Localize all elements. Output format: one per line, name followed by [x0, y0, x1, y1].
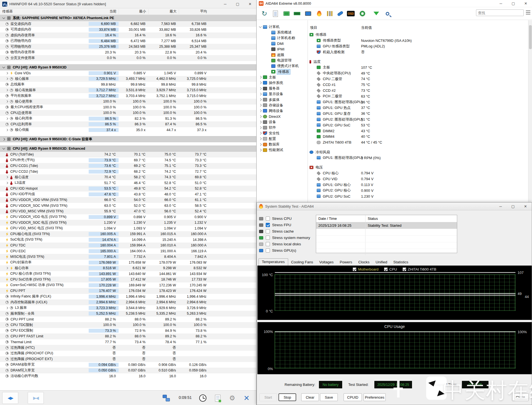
tools-button[interactable] — [336, 10, 344, 17]
sidebar-item-服务器[interactable]: 服务器 — [257, 86, 308, 91]
sensor-row[interactable]: CPU CCD1 (Tdie)73.6 °C69.2 °C75.1 °C73.3… — [0, 163, 256, 169]
sensor-value-row[interactable]: DIMM440 °C — [308, 134, 528, 140]
tree-caret-icon[interactable] — [259, 98, 262, 101]
tab-Unified[interactable]: Unified — [372, 259, 390, 266]
sensor-row[interactable]: 核心有效频率3,712.7 MHz3,531.8 MHz3,929.7 MHz3… — [0, 87, 256, 93]
expand-columns-button[interactable]: ◀▶ — [2, 392, 18, 404]
stress-option-Stress FPU[interactable]: Stress FPU — [259, 222, 310, 228]
sidebar-item-软件[interactable]: 软件 — [257, 125, 308, 130]
sensor-row[interactable]: Core VIDs0.901 V0.885 V1.045 V0.899 V — [0, 70, 256, 76]
legend-checkbox[interactable] — [384, 268, 388, 271]
scrollbar-thumb[interactable] — [529, 25, 532, 49]
expand-caret-icon[interactable] — [2, 138, 5, 141]
column-avg[interactable]: 平均 — [179, 9, 209, 14]
sensor-row[interactable]: 提交虚拟内存6,690 MB6,682 MB7,563 MB6,738 MB — [0, 21, 256, 27]
column-sensor[interactable]: 传感器 — [0, 9, 89, 14]
legend-checkbox[interactable] — [353, 268, 356, 271]
sensor-row[interactable]: L3温度51.7 °C46.4 °C52.8 °C51.0 °C — [0, 180, 256, 186]
start-button[interactable]: Start — [259, 393, 277, 401]
stress-option-Stress cache[interactable]: Stress cache — [259, 228, 310, 235]
tree-caret-icon[interactable] — [259, 126, 262, 129]
sensor-row[interactable]: 可用物理内存25,376 MB24,583 MB25,388 MB25,347 … — [0, 44, 256, 50]
checkbox[interactable] — [266, 236, 270, 240]
sensor-value-row[interactable]: DIMM243 °C — [308, 128, 528, 134]
column-max[interactable]: 最大 — [148, 9, 179, 14]
sensor-row[interactable]: 核心功率8.516 W6.621 W9.298 W8.532 W — [0, 265, 256, 271]
report-button[interactable] — [272, 10, 279, 17]
sensor-value-row[interactable]: GPU2: 图形处理器(GPU)51 °C — [308, 116, 528, 122]
sensor-row[interactable]: 平均有效频率3,712.7 MHz3,703.4 MHz3,752.1 MHz3… — [0, 93, 256, 99]
devices-button[interactable] — [283, 10, 290, 17]
tree-caret-icon[interactable] — [259, 25, 262, 28]
tree-caret-icon[interactable] — [259, 81, 262, 84]
sensor-group-header[interactable]: 系统: SAPPHIRE SAPPHIRE NITRO+ X870EA Phan… — [0, 15, 256, 21]
legend-item-CPU[interactable]: CPU — [384, 267, 397, 271]
tree-caret-icon[interactable] — [259, 93, 262, 95]
sensor-row[interactable]: DRAM读取带宽0.094 GB/s0.080 GB/s0.908 GB/s0.… — [0, 362, 256, 368]
expand-chevron-icon[interactable] — [6, 89, 8, 91]
sensor-row[interactable]: CPU TDC限制100.0 %100.0 %100.0 %100.0 % — [0, 322, 256, 328]
aida64-titlebar[interactable]: 64 AIDA64 Extreme v8.00.8000 ─ ▢ ✕ — [257, 0, 532, 7]
sensor-row[interactable]: 活动核心的平均数16.016.016.016.0 — [0, 373, 256, 379]
update-button[interactable] — [372, 10, 380, 17]
stress-option-Stress GPU(s)[interactable]: Stress GPU(s) — [259, 247, 310, 254]
legend-checkbox[interactable] — [403, 268, 406, 271]
close-icon[interactable]: ✕ — [520, 0, 532, 7]
sensor-row[interactable]: CPU IOD Hotspot53.5 °C49.8 °C54.2 °C52.8… — [0, 186, 256, 192]
hwinfo-titlebar[interactable]: HWiNFO® 64 v8.10-5520 Sensor Status [9 v… — [0, 0, 256, 8]
sensor-row[interactable]: CPU 核心功率 (SVI3 TFN)143.891 W143.640 W144… — [0, 271, 256, 277]
sensor-row[interactable]: CPU PPT Limit88.2 %88.0 %89.2 %88.2 % — [0, 317, 256, 322]
maximize-icon[interactable]: ▢ — [507, 203, 519, 210]
stress-option-Stress CPU[interactable]: Stress CPU — [259, 215, 310, 222]
sensor-value-row[interactable]: 机箱入侵检测否 — [308, 49, 528, 55]
minimize-icon[interactable]: ─ — [495, 0, 507, 7]
tree-caret-icon[interactable] — [259, 109, 262, 112]
sensor-value-row[interactable]: 中央处理器(CPU)49 °C — [308, 70, 528, 76]
sensor-value-row[interactable]: CPU VID0.794 V — [308, 176, 528, 182]
save-button[interactable]: Save — [320, 393, 338, 401]
overclock-button[interactable] — [315, 10, 323, 17]
menu-icon[interactable] — [526, 11, 530, 14]
expand-chevron-icon[interactable] — [6, 182, 8, 184]
sensor-value-row[interactable]: CCD #273 °C — [308, 88, 528, 93]
collapse-caret-icon[interactable] — [2, 147, 5, 150]
checkbox[interactable] — [266, 242, 270, 246]
sensor-value-row[interactable]: GPU1: GPU 核心0.113 V — [308, 182, 528, 188]
sensor-row[interactable]: 核心倍频37.4 x35.0 x44.7 x37.3 x — [0, 127, 256, 133]
sensor-row[interactable]: CPU总使用率100.0 %100.0 %100.0 %100.0 % — [0, 110, 256, 116]
cpuid-button[interactable]: CPUID — [344, 393, 362, 401]
column-min[interactable]: 最小 — [119, 9, 148, 14]
sidebar-item-显示设备[interactable]: 显示设备 — [257, 91, 308, 97]
expand-chevron-icon[interactable] — [6, 267, 8, 269]
sensor-value-row[interactable]: CCD #175 °C — [308, 82, 528, 88]
collapse-columns-button[interactable]: ▶◀ — [28, 392, 44, 404]
expand-chevron-icon[interactable] — [6, 118, 8, 120]
minimize-icon[interactable]: ─ — [219, 0, 231, 8]
sensor-value-row[interactable]: GPU2: GPU SoC53 °C — [308, 122, 528, 128]
sensor-row[interactable]: 总线频率99.8 MHz99.8 MHz99.8 MHz99.8 MHz — [0, 82, 256, 88]
sensor-row[interactable]: CPU SoC功率 (SVI3 TFN)17.805 W17.412 W18.7… — [0, 277, 256, 282]
legend-item-ZHITAI Ti600 4TB[interactable]: ZHITAI Ti600 4TB — [403, 267, 436, 271]
sensor-row[interactable]: 核心使用率100.0 %100.0 %100.0 %100.0 % — [0, 99, 256, 105]
sidebar-item-网络设备[interactable]: 网络设备 — [257, 108, 308, 114]
tree-caret-icon[interactable] — [259, 137, 262, 140]
sensor-row[interactable]: CPU EDC限制73.3 %72.9 %84.9 %73.8 % — [0, 328, 256, 334]
sidebar-item-DirectX[interactable]: DirectX — [257, 114, 308, 119]
sensor-group-header[interactable]: CPU [#0]: AMD Ryzen 9 9950X3D — [0, 64, 256, 70]
expand-chevron-icon[interactable] — [6, 129, 8, 131]
sensor-row[interactable]: DRAM写入带宽0.050 GB/s0.037 GB/s0.510 GB/s0.… — [0, 368, 256, 373]
sidebar-item-便携式计算机[interactable]: 便携式计算机 — [257, 63, 308, 69]
sensor-row[interactable]: CPU EDC165.000 A164.000 A191.000 A166.11… — [0, 248, 256, 254]
tree-caret-icon[interactable] — [259, 121, 262, 123]
column-status[interactable]: Status — [365, 215, 457, 222]
minimize-icon[interactable]: ─ — [494, 203, 507, 210]
sensor-row[interactable]: MISC电流 (SVI3 TFN)7.801 A7.732 A8.404 A7.… — [0, 254, 256, 260]
sensor-row[interactable]: CPU VDDCR_VDD 电压 (SVI3 TFN)0.899 V0.898 … — [0, 214, 256, 220]
tree-caret-icon[interactable] — [259, 115, 262, 118]
stability-titlebar[interactable]: System Stability Test - AIDA64 ─ ▢ ✕ — [257, 203, 532, 210]
sensor-group-header[interactable]: CPU [#0]: AMD Ryzen 9 9950X3D: Enhanced — [0, 146, 256, 152]
sensor-value-row[interactable]: GPU2: GPU SoC1.230 V — [308, 193, 528, 199]
settings-button[interactable]: ⚙ — [227, 393, 238, 403]
expand-chevron-icon[interactable] — [6, 100, 8, 103]
sensorpanel-button[interactable] — [359, 10, 366, 17]
